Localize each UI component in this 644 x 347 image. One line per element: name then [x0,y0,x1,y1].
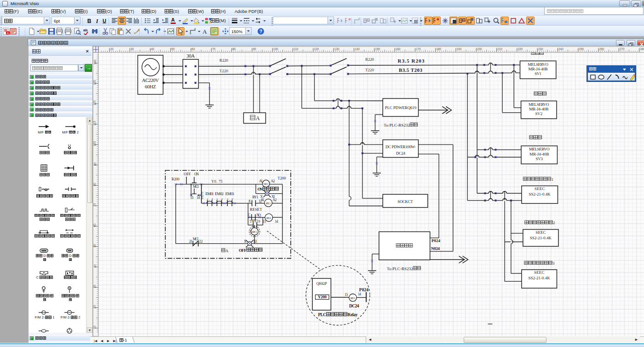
svg-text:90: 90 [93,162,96,166]
svg-text:60HZ: 60HZ [144,84,156,89]
svg-text:5: 5 [249,220,251,224]
svg-text:SEEC: SEEC [535,230,546,235]
svg-text:EM02: EM02 [215,191,224,196]
svg-text:30A: 30A [186,53,195,58]
svg-text:R3.5 R203: R3.5 R203 [397,58,424,64]
svg-text:T200: T200 [277,176,286,180]
svg-text:SEEC: SEEC [535,186,545,191]
svg-text:110: 110 [93,121,96,126]
svg-text:80: 80 [232,47,236,51]
svg-text:X1: X1 [253,239,257,243]
svg-text:MELSERVO: MELSERVO [529,102,549,107]
svg-text:150: 150 [375,47,380,51]
svg-text:RY1: RY1 [266,216,271,220]
svg-text:MC1: MC1 [264,182,269,185]
svg-text:130: 130 [334,47,339,51]
svg-text:C: C [248,213,250,217]
svg-text:SOCKCT: SOCKCT [397,199,413,204]
svg-text:110: 110 [293,47,299,51]
svg-text:DC24: DC24 [396,151,405,156]
svg-text:A1: A1 [259,179,262,183]
svg-text:P024: P024 [359,288,368,292]
svg-text:40: 40 [93,264,96,268]
svg-text:QH42P: QH42P [316,282,327,286]
svg-text:To:PLC-RS232: To:PLC-RS232 [387,266,413,271]
svg-text:280: 280 [640,47,644,51]
svg-text:100: 100 [93,141,96,146]
svg-text:260: 260 [599,47,604,51]
svg-text:OFF: OFF [239,248,247,253]
svg-text:13: 13 [344,293,347,297]
svg-text:50: 50 [93,244,96,248]
svg-text:270: 270 [619,47,624,51]
svg-text:60: 60 [93,223,96,227]
svg-text:140: 140 [355,47,360,51]
svg-text:240: 240 [558,47,564,51]
svg-text:RY1: RY1 [252,219,258,223]
svg-text:8: 8 [248,199,250,203]
svg-text:To:PLC-RS232: To:PLC-RS232 [384,123,410,127]
svg-text:22: 22 [199,239,202,243]
svg-text:40: 40 [151,47,155,51]
svg-text:A2: A2 [270,179,275,183]
svg-text:210: 210 [497,47,502,51]
svg-text:SS2-21-0.4K: SS2-21-0.4K [528,276,550,280]
svg-text:T220: T220 [365,68,374,72]
svg-text:A: A [7,32,9,35]
svg-text:140: 140 [93,59,96,64]
svg-text:P024: P024 [431,238,441,243]
svg-text:1: 1 [207,197,208,201]
svg-text:Relay: Relay [347,312,357,317]
svg-text:90: 90 [253,47,256,51]
svg-text:MR-J4-40B: MR-J4-40B [529,107,548,111]
svg-text:U: U [103,18,106,23]
svg-text:R220: R220 [219,58,229,63]
svg-text:EM03: EM03 [225,191,234,196]
svg-text:1: 1 [551,177,553,182]
svg-text:R200: R200 [172,177,179,181]
svg-text:ON: ON [257,187,263,191]
svg-text:5: 5 [250,230,252,234]
svg-text:100: 100 [273,47,278,51]
svg-text:?: ? [259,29,262,34]
svg-text:2: 2 [221,197,223,201]
svg-text:20: 20 [93,305,96,309]
svg-text:14: 14 [357,292,361,296]
svg-text:30: 30 [130,47,134,51]
svg-text:RY1: RY1 [252,230,257,233]
svg-text:80: 80 [93,183,96,186]
svg-text:13: 13 [190,196,193,200]
svg-text:Y0. 75: Y0. 75 [211,179,222,184]
svg-text:SV3: SV3 [535,156,543,161]
svg-text:160: 160 [395,47,400,51]
svg-text:180: 180 [436,47,441,51]
svg-text:RY1: RY1 [266,202,271,205]
svg-text:60: 60 [191,47,195,51]
svg-text:T220: T220 [219,69,229,73]
svg-text:PLC: PLC [318,312,326,317]
svg-text:DC24: DC24 [349,304,359,308]
svg-text:3: 3 [552,261,555,266]
svg-text:X: X [260,195,263,199]
svg-text:MC1: MC1 [193,185,199,189]
svg-text:70: 70 [93,203,96,207]
svg-text:30: 30 [93,284,96,288]
svg-text:NO: NO [256,213,261,217]
svg-text:A: A [171,17,175,23]
svg-text:MR-J4-40B: MR-J4-40B [528,67,547,71]
svg-text:RY1: RY1 [350,296,355,300]
svg-text:Y0.75: Y0.75 [201,191,204,199]
svg-text:X: X [243,239,246,243]
svg-text:14: 14 [275,220,278,224]
svg-text:EM01: EM01 [205,191,213,196]
svg-text:B3.5 T203: B3.5 T203 [399,67,422,73]
svg-text:130: 130 [93,80,96,85]
svg-text:A: A [202,28,207,35]
svg-text:SV1: SV1 [535,71,541,76]
svg-text:MELSERVO: MELSERVO [529,147,549,151]
svg-text:X1: X1 [271,195,275,199]
svg-text:10: 10 [93,325,96,329]
svg-text:1: 1 [216,197,218,201]
svg-text:RESET: RESET [250,207,262,212]
svg-text:21: 21 [189,239,192,243]
